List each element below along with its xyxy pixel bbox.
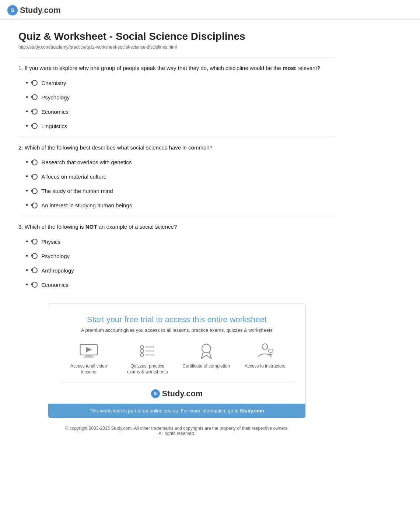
option-label: Physics <box>41 239 60 245</box>
option-label: Linguistics <box>41 123 67 129</box>
svg-rect-1 <box>85 355 92 356</box>
list-item: Psychology <box>26 252 335 260</box>
page-url: http://study.com/academy/practice/quiz-w… <box>18 45 335 50</box>
radio-icon[interactable] <box>32 282 38 288</box>
svg-point-10 <box>202 344 211 353</box>
list-item: Economics <box>26 108 335 116</box>
question-3: 3. Which of the following is NOT an exam… <box>18 223 335 289</box>
option-label: Psychology <box>41 253 70 259</box>
footer: © copyright 2003-2015 Study.com. All oth… <box>18 418 335 447</box>
promo-logo-icon: S <box>151 389 160 398</box>
logo-icon: S <box>7 5 18 15</box>
ribbon-icon <box>195 342 217 360</box>
svg-point-8 <box>140 353 144 356</box>
question-2-text: 2. Which of the following best describes… <box>18 144 335 152</box>
promo-cta-bar: This worksheet is part of an online cour… <box>48 404 305 418</box>
radio-icon[interactable] <box>32 174 38 180</box>
option-label: Economics <box>41 109 68 115</box>
option-label: Psychology <box>41 94 70 101</box>
list-item: Economics <box>26 281 335 289</box>
radio-icon[interactable] <box>32 267 38 273</box>
option-label: A focus on material culture <box>41 173 106 180</box>
divider-q2-q3 <box>18 216 335 216</box>
svg-point-6 <box>140 349 144 352</box>
footer-line1: © copyright 2003-2015 Study.com. All oth… <box>18 426 335 431</box>
radio-icon[interactable] <box>32 253 38 259</box>
radio-icon[interactable] <box>32 94 38 100</box>
promo-feature-instructors: Access to instructors <box>241 342 289 369</box>
question-1-options: Chemistry Psychology Economics Linguisti… <box>18 79 335 130</box>
svg-rect-2 <box>83 356 94 358</box>
promo-feature-label: Quizzes, practice exams & worksheets <box>123 363 171 376</box>
promo-feature-quizzes: Quizzes, practice exams & worksheets <box>123 342 171 376</box>
main-content: Quiz & Worksheet - Social Science Discip… <box>0 20 354 454</box>
person-icon <box>254 342 276 360</box>
svg-rect-12 <box>269 349 273 352</box>
option-label: An interest in studying human beings <box>41 202 132 208</box>
promo-cta-text: This worksheet is part of an online cour… <box>90 408 240 414</box>
svg-point-4 <box>140 345 144 348</box>
promo-feature-label: Access to instructors <box>245 363 286 369</box>
list-item: Linguistics <box>26 122 335 130</box>
promo-feature-label: Access to all video lessons <box>65 363 113 376</box>
list-item: Research that overlaps with genetics <box>26 158 335 166</box>
list-item: Chemistry <box>26 79 335 87</box>
option-label: The study of the human mind <box>41 188 113 194</box>
promo-title: Start your free trial to access this ent… <box>59 315 294 324</box>
promo-logo-text: Study.com <box>162 389 203 398</box>
list-item: Psychology <box>26 94 335 101</box>
list-item: The study of the human mind <box>26 187 335 195</box>
list-item: Physics <box>26 238 335 246</box>
question-3-text: 3. Which of the following is NOT an exam… <box>18 223 335 231</box>
option-label: Research that overlaps with genetics <box>41 159 132 165</box>
radio-icon[interactable] <box>32 123 38 129</box>
radio-icon[interactable] <box>32 203 38 208</box>
question-2-options: Research that overlaps with genetics A f… <box>18 158 335 209</box>
radio-icon[interactable] <box>32 239 38 245</box>
list-item: A focus on material culture <box>26 173 335 180</box>
svg-marker-3 <box>86 347 92 352</box>
question-2: 2. Which of the following best describes… <box>18 144 335 210</box>
svg-point-11 <box>262 344 268 349</box>
divider-q1-q2 <box>18 137 335 137</box>
header: S Study.com <box>0 0 420 20</box>
option-label: Anthropology <box>41 267 74 274</box>
divider-top <box>18 57 335 57</box>
question-1-text: 1. If you were to explore why one group … <box>18 64 335 73</box>
radio-icon[interactable] <box>32 80 38 86</box>
promo-box: Start your free trial to access this ent… <box>48 303 306 419</box>
monitor-icon <box>78 342 100 360</box>
list-item: An interest in studying human beings <box>26 201 335 209</box>
radio-icon[interactable] <box>32 159 38 165</box>
promo-feature-video: Access to all video lessons <box>65 342 113 376</box>
promo-cta-link[interactable]: Study.com <box>240 408 264 414</box>
promo-feature-label: Certificate of completion <box>182 363 230 369</box>
option-label: Economics <box>41 282 68 288</box>
promo-feature-certificate: Certificate of completion <box>182 342 230 369</box>
promo-features: Access to all video lessons Quizzes, pra… <box>59 342 294 376</box>
radio-icon[interactable] <box>32 109 38 115</box>
promo-subtitle: A premium account gives you access to al… <box>59 327 294 333</box>
logo-text: Study.com <box>20 6 61 15</box>
page-title: Quiz & Worksheet - Social Science Discip… <box>18 31 335 42</box>
option-label: Chemistry <box>41 80 66 86</box>
list-item: Anthropology <box>26 267 335 274</box>
promo-logo: S Study.com <box>59 389 294 398</box>
radio-icon[interactable] <box>32 188 38 194</box>
list-icon <box>136 342 158 360</box>
promo-logo-area: S Study.com <box>59 383 294 398</box>
question-1: 1. If you were to explore why one group … <box>18 64 335 130</box>
question-3-options: Physics Psychology Anthropology Economic… <box>18 238 335 289</box>
site-logo[interactable]: S Study.com <box>7 5 413 15</box>
footer-line2: All rights reserved. <box>18 431 335 436</box>
